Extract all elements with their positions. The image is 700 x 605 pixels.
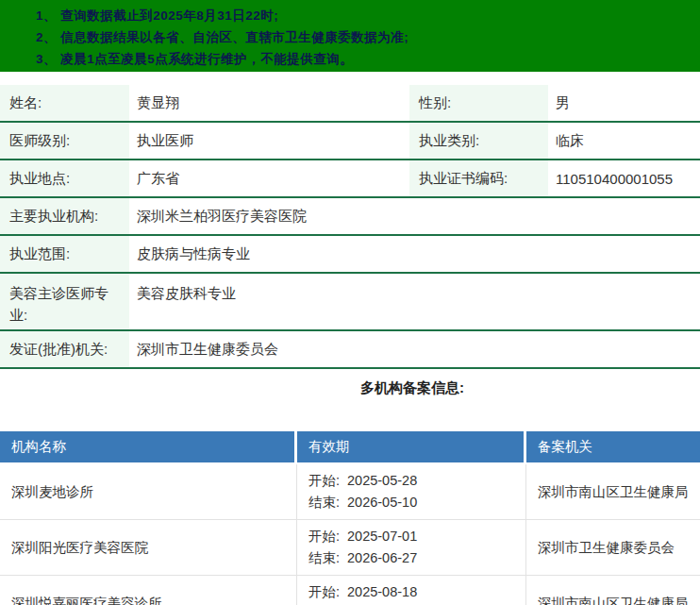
- practice-location-label: 执业地点:: [0, 160, 129, 196]
- doctor-level-value: 执业医师: [129, 123, 409, 159]
- header-filing-authority: 备案机关: [526, 431, 700, 462]
- filing-row-2: 深圳阳光医疗美容医院 开始:2025-07-01 结束:2026-06-27 深…: [0, 520, 700, 576]
- practice-scope-label: 执业范围:: [0, 236, 129, 272]
- validity-start: 开始:2025-05-28: [308, 470, 417, 492]
- start-date: 2025-07-01: [347, 529, 417, 544]
- gender-value: 男: [548, 85, 700, 121]
- issuing-authority-value: 深圳市卫生健康委员会: [129, 331, 700, 367]
- filing-authority: 深圳市南山区卫生健康局: [526, 464, 700, 519]
- certificate-number-value: 110510400001055: [548, 160, 700, 196]
- info-row-practice-scope: 执业范围: 皮肤病与性病专业: [0, 236, 700, 274]
- filing-row-3: 深圳悦嘉丽医疗美容诊所 开始:2025-08-18 结束:2026-08-15 …: [0, 576, 700, 605]
- info-row-cosmetic-specialty: 美容主诊医师专业: 美容皮肤科专业: [0, 274, 700, 331]
- end-label: 结束:: [308, 550, 340, 565]
- header-institution-name: 机构名称: [0, 431, 297, 462]
- notice-line-2: 2、 信息数据结果以各省、自治区、直辖市卫生健康委数据为准;: [36, 26, 700, 48]
- validity-start: 开始:2025-08-18: [308, 581, 417, 603]
- institution-name: 深圳阳光医疗美容医院: [0, 520, 297, 575]
- name-value: 黄显翔: [129, 85, 409, 121]
- filing-authority: 深圳市南山区卫生健康局: [526, 576, 700, 605]
- certificate-number-label: 执业证书编码:: [409, 160, 548, 196]
- start-label: 开始:: [308, 584, 340, 599]
- practitioner-info-table: 姓名: 黄显翔 性别: 男 医师级别: 执业医师 执业类别: 临床 执业地点: …: [0, 85, 700, 369]
- info-row-main-institution: 主要执业机构: 深圳米兰柏羽医疗美容医院: [0, 198, 700, 236]
- validity-period: 开始:2025-08-18 结束:2026-08-15: [297, 576, 526, 605]
- notice-banner: 1、 查询数据截止到2025年8月31日22时; 2、 信息数据结果以各省、自治…: [0, 0, 700, 72]
- institution-name: 深圳麦地诊所: [0, 464, 297, 519]
- info-row-location-certificate: 执业地点: 广东省 执业证书编码: 110510400001055: [0, 160, 700, 198]
- name-label: 姓名:: [0, 85, 129, 121]
- cosmetic-specialty-label: 美容主诊医师专业:: [0, 274, 129, 329]
- cosmetic-specialty-value: 美容皮肤科专业: [129, 274, 700, 329]
- info-row-issuing-authority: 发证(批准)机关: 深圳市卫生健康委员会: [0, 331, 700, 369]
- end-date: 2026-06-27: [347, 550, 417, 565]
- main-institution-label: 主要执业机构:: [0, 198, 129, 234]
- end-label: 结束:: [308, 495, 340, 510]
- start-label: 开始:: [308, 473, 340, 488]
- validity-end: 结束:2026-05-10: [308, 492, 417, 513]
- validity-period: 开始:2025-07-01 结束:2026-06-27: [297, 520, 526, 575]
- practice-location-value: 广东省: [129, 160, 409, 196]
- filing-table-header: 机构名称 有效期 备案机关: [0, 431, 700, 462]
- validity-period: 开始:2025-05-28 结束:2026-05-10: [297, 464, 526, 519]
- main-institution-value: 深圳米兰柏羽医疗美容医院: [129, 198, 700, 234]
- filing-table: 机构名称 有效期 备案机关 深圳麦地诊所 开始:2025-05-28 结束:20…: [0, 431, 700, 605]
- start-date: 2025-05-28: [347, 473, 417, 488]
- multi-institution-section-title: 多机构备案信息:: [0, 379, 700, 397]
- header-validity-period: 有效期: [297, 431, 526, 462]
- practice-category-value: 临床: [548, 123, 700, 159]
- info-row-name-gender: 姓名: 黄显翔 性别: 男: [0, 85, 700, 123]
- notice-line-3: 3、 凌晨1点至凌晨5点系统进行维护，不能提供查询。: [36, 48, 700, 70]
- notice-line-1: 1、 查询数据截止到2025年8月31日22时;: [36, 5, 700, 26]
- issuing-authority-label: 发证(批准)机关:: [0, 331, 129, 367]
- gender-label: 性别:: [409, 85, 548, 121]
- start-date: 2025-08-18: [347, 584, 417, 599]
- filing-authority: 深圳市卫生健康委员会: [526, 520, 700, 575]
- institution-name: 深圳悦嘉丽医疗美容诊所: [0, 576, 297, 605]
- end-date: 2026-05-10: [347, 495, 417, 510]
- doctor-level-label: 医师级别:: [0, 123, 129, 159]
- start-label: 开始:: [308, 529, 340, 544]
- practice-scope-value: 皮肤病与性病专业: [129, 236, 700, 272]
- validity-start: 开始:2025-07-01: [308, 526, 417, 547]
- practice-category-label: 执业类别:: [409, 123, 548, 159]
- validity-end: 结束:2026-06-27: [308, 547, 417, 569]
- info-row-level-category: 医师级别: 执业医师 执业类别: 临床: [0, 123, 700, 160]
- filing-row-1: 深圳麦地诊所 开始:2025-05-28 结束:2026-05-10 深圳市南山…: [0, 464, 700, 520]
